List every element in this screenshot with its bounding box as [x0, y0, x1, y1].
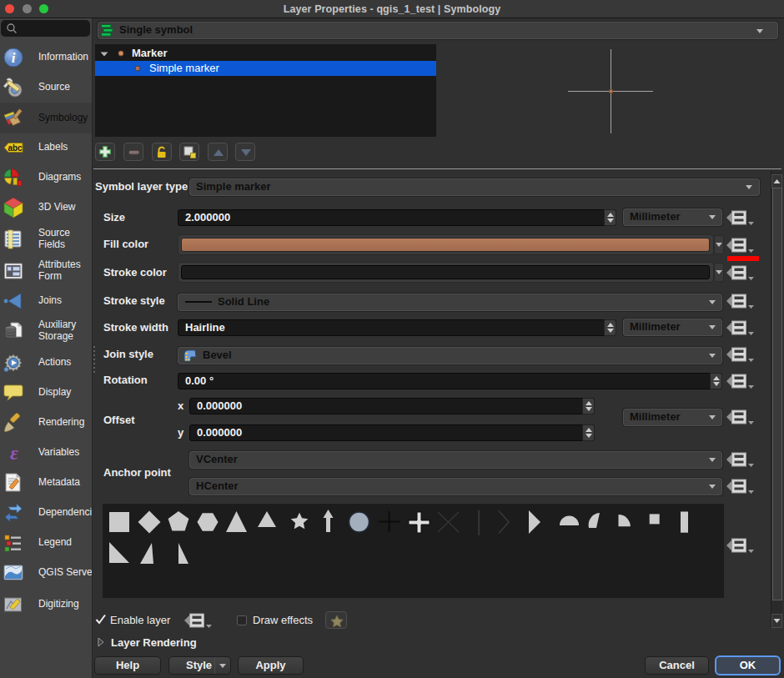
- svg-text:abc: abc: [8, 143, 23, 153]
- svg-text:i: i: [12, 50, 16, 66]
- svg-text:ε: ε: [10, 442, 18, 464]
